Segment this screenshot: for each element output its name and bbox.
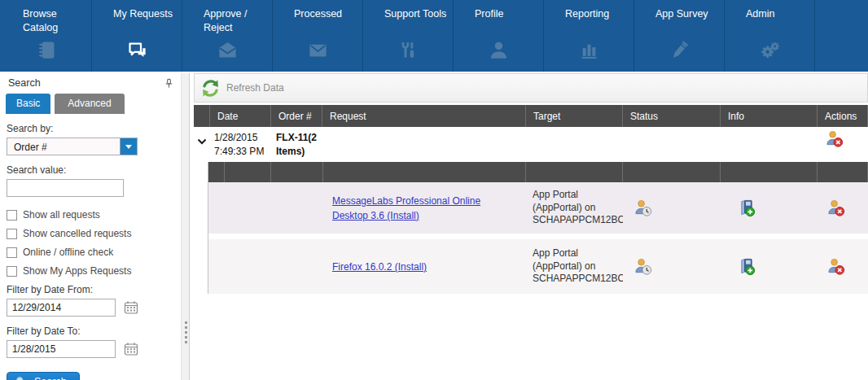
tab-label: Admin	[746, 7, 809, 21]
tab-label: Profile	[475, 7, 538, 21]
calendar-icon[interactable]	[124, 300, 138, 315]
date-from-input[interactable]	[7, 299, 116, 317]
checkbox-box[interactable]	[7, 247, 17, 258]
request-pending-person-clock-icon[interactable]	[633, 206, 652, 217]
tab-label: Support Tools	[384, 7, 448, 21]
search-mode-tabs: Basic Advanced	[0, 94, 181, 114]
install-package-icon[interactable]	[737, 264, 756, 276]
column-header-info[interactable]: Info	[721, 105, 818, 127]
open-envelope-icon	[182, 39, 272, 64]
tab-label: Browse Catalog	[23, 7, 86, 35]
date-from-label: Filter by Date From:	[7, 284, 181, 295]
tab-basic[interactable]: Basic	[6, 94, 50, 114]
column-header-target[interactable]: Target	[526, 105, 623, 127]
person-icon	[454, 39, 543, 64]
checkbox-box[interactable]	[7, 266, 17, 277]
column-header-status[interactable]: Status	[623, 105, 721, 127]
tab-app-survey[interactable]: App Survey	[634, 0, 725, 72]
refresh-data-button[interactable]: Refresh Data	[226, 82, 284, 94]
gears-icon	[725, 39, 814, 64]
checkbox-label: Online / offline check	[23, 247, 113, 258]
envelope-icon	[273, 39, 362, 64]
calendar-icon[interactable]	[124, 342, 138, 356]
checkbox-box[interactable]	[7, 229, 17, 239]
chevron-down-icon	[125, 145, 132, 149]
refresh-icon[interactable]	[200, 78, 221, 98]
checkbox-box[interactable]	[7, 210, 17, 221]
chevron-down-icon	[197, 138, 207, 145]
tab-browse-catalog[interactable]: Browse Catalog	[2, 0, 92, 72]
order-group-row: 1/28/2015 7:49:33 PM FLX-11(2 Items)	[194, 127, 868, 162]
search-panel-title: Search	[8, 77, 41, 89]
cancel-request-icon[interactable]	[825, 137, 844, 151]
group-items: MessageLabs Professional Online Desktop …	[208, 162, 868, 294]
checkbox-online-offline-check[interactable]: Online / offline check	[7, 247, 181, 258]
tab-label: My Requests	[113, 7, 177, 21]
pen-icon	[634, 39, 724, 64]
checkbox-label: Show cancelled requests	[23, 228, 131, 239]
search-value-label: Search value:	[7, 164, 181, 176]
checkbox-label: Show My Apps Requests	[23, 265, 131, 277]
search-by-selected-value: Order #	[7, 138, 120, 155]
date-to-input[interactable]	[7, 340, 116, 358]
tab-profile[interactable]: Profile	[454, 0, 544, 72]
column-header-request[interactable]: Request	[322, 105, 526, 127]
group-date: 1/28/2015 7:49:33 PM	[210, 127, 271, 162]
tab-my-requests[interactable]: My Requests	[92, 0, 182, 72]
tab-label: App Survey	[655, 7, 719, 21]
tab-processed[interactable]: Processed	[273, 0, 363, 72]
pin-icon[interactable]	[164, 78, 174, 89]
cancel-request-icon[interactable]	[826, 206, 845, 217]
tab-admin[interactable]: Admin	[725, 0, 815, 72]
requests-main-area: Refresh Data Date Order # Request Target…	[190, 73, 868, 380]
tab-advanced[interactable]: Advanced	[55, 94, 124, 114]
column-header-date[interactable]: Date	[210, 105, 271, 127]
nested-header-row	[208, 162, 868, 182]
search-options: Show all requests Show cancelled request…	[7, 209, 181, 277]
dropdown-arrow-button[interactable]	[120, 138, 137, 155]
tab-label: Processed	[294, 7, 357, 21]
checkbox-show-all-requests[interactable]: Show all requests	[7, 209, 181, 221]
request-row: MessageLabs Professional Online Desktop …	[208, 182, 868, 234]
search-button-label: Search	[34, 376, 67, 380]
checkbox-show-cancelled-requests[interactable]: Show cancelled requests	[7, 228, 181, 239]
tab-label: Approve / Reject	[204, 7, 267, 35]
tab-approve-reject[interactable]: Approve / Reject	[182, 0, 273, 72]
request-link[interactable]: MessageLabs Professional Online Desktop …	[323, 194, 526, 223]
tab-reporting[interactable]: Reporting	[544, 0, 634, 72]
column-header-actions[interactable]: Actions	[818, 105, 868, 127]
tools-icon	[363, 39, 453, 64]
grid-header-row: Date Order # Request Target Status Info …	[194, 105, 868, 127]
magnifier-icon	[15, 376, 27, 380]
search-button[interactable]: Search	[7, 372, 80, 380]
tab-support-tools[interactable]: Support Tools	[363, 0, 454, 72]
cancel-request-icon[interactable]	[826, 264, 845, 276]
grid-toolbar: Refresh Data	[194, 73, 868, 103]
search-value-input[interactable]	[7, 179, 124, 197]
sidebar-splitter[interactable]	[181, 73, 190, 380]
search-by-label: Search by:	[7, 123, 181, 134]
column-header-order[interactable]: Order #	[271, 105, 322, 127]
request-row: Firefox 16.0.2 (Install) App Portal (App…	[208, 239, 868, 294]
request-pending-person-clock-icon[interactable]	[633, 264, 652, 276]
checkbox-show-my-apps-requests[interactable]: Show My Apps Requests	[7, 265, 181, 277]
catalog-book-icon	[2, 39, 91, 64]
request-target: App Portal (AppPortal) on SCHAPAPPCM12BO…	[526, 189, 623, 227]
expand-column-header	[194, 105, 210, 127]
request-link[interactable]: Firefox 16.0.2 (Install)	[323, 260, 440, 274]
install-package-icon[interactable]	[737, 206, 756, 217]
checkbox-label: Show all requests	[23, 209, 100, 221]
search-panel: Search Basic Advanced Search by: Order #…	[0, 73, 181, 380]
group-actions-cell	[818, 127, 868, 162]
collapse-group-button[interactable]	[194, 127, 210, 162]
chat-bubbles-icon	[92, 39, 182, 64]
tab-label: Reporting	[565, 7, 629, 21]
search-by-dropdown[interactable]: Order #	[7, 138, 138, 155]
date-to-label: Filter by Date To:	[7, 325, 181, 337]
group-order-number: FLX-11(2 Items)	[271, 127, 322, 162]
top-navigation: Browse Catalog My Requests Approve / Rej…	[0, 0, 868, 72]
splitter-grip-icon[interactable]	[185, 321, 187, 343]
bar-chart-icon	[544, 39, 633, 64]
request-target: App Portal (AppPortal) on SCHAPAPPCM12BO…	[526, 247, 623, 286]
